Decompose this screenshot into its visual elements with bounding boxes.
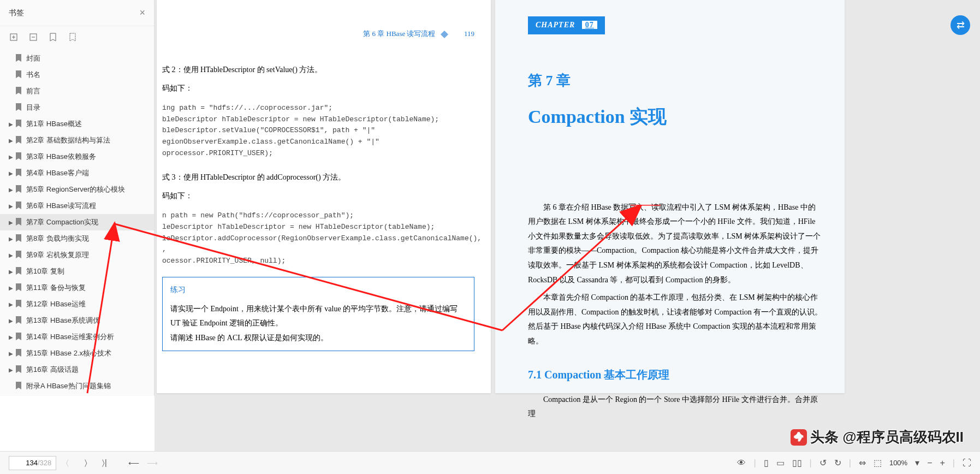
bookmark-icon — [15, 333, 23, 342]
bookmark-icon — [15, 267, 23, 276]
bookmark-icon — [15, 316, 23, 325]
chapter-number: 07 — [582, 21, 597, 29]
next-page-button[interactable]: 〉 — [78, 455, 93, 471]
bookmark-item[interactable]: ▶第13章 HBase系统调优 — [0, 312, 154, 329]
bookmark-icon — [15, 365, 23, 375]
zoom-in-icon[interactable]: + — [940, 458, 945, 468]
code-block-1: ing path = "hdfs://.../coprocessor.jar";… — [162, 103, 474, 159]
chevron-right-icon[interactable]: ▶ — [9, 203, 15, 209]
bookmark-label: 第14章 HBase运维案例分析 — [26, 332, 149, 342]
view-tools: 👁 | ▯ ▭ ▯▯ | ↺ ↻ | ⇔ ⬚ 100% ▾ − + | ⛶ — [737, 458, 980, 468]
bookmark-icon — [15, 185, 23, 194]
continuous-icon[interactable]: ▭ — [776, 458, 785, 468]
chapter-title: 第 7 章 — [528, 67, 823, 94]
method-3-sub: 码如下： — [162, 189, 474, 204]
bookmark-item[interactable]: ▶第16章 高级话题 — [0, 362, 154, 378]
chevron-right-icon[interactable]: ▶ — [9, 220, 15, 226]
prev-page-button[interactable]: 〈 — [60, 455, 75, 471]
bookmark-icon — [15, 120, 23, 129]
bookmark-outline-icon[interactable] — [68, 32, 78, 42]
two-page-icon[interactable]: ▯▯ — [792, 458, 802, 468]
bookmark-item[interactable]: ▶第1章 HBase概述 — [0, 116, 154, 132]
bottom-toolbar: /328 〈 〉 〉| ⟵ ⟶ 👁 | ▯ ▭ ▯▯ | ↺ ↻ | ⇔ ⬚ 1… — [0, 451, 980, 474]
rotate-cw-icon[interactable]: ↻ — [834, 458, 841, 468]
chevron-right-icon[interactable]: ▶ — [9, 301, 15, 307]
exercise-box: 练习 请实现一个 Endpoint，用来统计某个表中所有 value 的平均字节… — [162, 277, 474, 351]
bookmark-item[interactable]: ▶第11章 备份与恢复 — [0, 280, 154, 296]
read-mode-icon[interactable]: 👁 — [737, 458, 746, 468]
bookmark-icon — [15, 349, 23, 358]
bookmark-item[interactable]: ▶第3章 HBase依赖服务 — [0, 149, 154, 165]
bookmark-label: 目录 — [26, 103, 149, 112]
chevron-right-icon[interactable]: ▶ — [9, 318, 15, 324]
bookmark-item[interactable]: ▶第9章 宕机恢复原理 — [0, 247, 154, 263]
bookmark-icon[interactable] — [48, 32, 58, 42]
bookmark-item[interactable]: ▶第10章 复制 — [0, 263, 154, 280]
chevron-right-icon[interactable]: ▶ — [9, 285, 15, 291]
chevron-right-icon[interactable]: ▶ — [9, 170, 15, 176]
section-7-1-heading: 7.1 Compaction 基本工作原理 — [528, 364, 823, 385]
chevron-right-icon[interactable]: ▶ — [9, 154, 15, 160]
bookmark-item[interactable]: ▶第15章 HBase 2.x核心技术 — [0, 345, 154, 362]
bookmark-item[interactable]: ▶第2章 基础数据结构与算法 — [0, 132, 154, 149]
expand-all-icon[interactable] — [9, 32, 19, 42]
nav-back-button[interactable]: ⟵ — [126, 455, 141, 471]
bookmark-item[interactable]: ▶第12章 HBase运维 — [0, 296, 154, 312]
chevron-right-icon[interactable]: ▶ — [9, 269, 15, 275]
nav-forward-button[interactable]: ⟶ — [145, 455, 160, 471]
bookmark-item[interactable]: 目录 — [0, 99, 154, 116]
zoom-dropdown-icon[interactable]: ▾ — [915, 458, 919, 468]
code-block-2: n path = new Path("hdfs://coprocessor_pa… — [162, 210, 474, 267]
assistant-floating-button[interactable]: ⇄ — [951, 15, 970, 35]
bookmark-item[interactable]: 书名 — [0, 67, 154, 83]
zoom-out-icon[interactable]: − — [927, 458, 932, 468]
bookmark-item[interactable]: ▶第7章 Compaction实现 — [0, 214, 154, 230]
chevron-right-icon[interactable]: ▶ — [9, 187, 15, 193]
chevron-right-icon[interactable]: ▶ — [9, 121, 15, 127]
bookmarks-sidebar: 书签 × 封面书名前言目录▶第1章 HBase概述▶第2章 基础数据结构与算法▶… — [0, 0, 155, 396]
bookmark-label: 第1章 HBase概述 — [26, 119, 149, 129]
bookmark-label: 第6章 HBase读写流程 — [26, 201, 149, 211]
document-viewport[interactable]: 第 6 章 HBase 读写流程 119 式 2：使用 HTableDescri… — [155, 0, 980, 451]
bookmark-item[interactable]: ▶第14章 HBase运维案例分析 — [0, 329, 154, 345]
fullscreen-icon[interactable]: ⛶ — [963, 458, 971, 468]
close-icon[interactable]: × — [139, 7, 145, 19]
exercise-line-2: 请阐述 HBase 的 ACL 权限认证是如何实现的。 — [170, 331, 466, 346]
chevron-right-icon[interactable]: ▶ — [9, 367, 15, 373]
page-header: 第 6 章 HBase 读写流程 119 — [162, 27, 474, 41]
bookmark-label: 第3章 HBase依赖服务 — [26, 152, 149, 162]
diamond-icon — [441, 31, 448, 38]
single-page-icon[interactable]: ▯ — [764, 458, 769, 468]
chevron-right-icon[interactable]: ▶ — [9, 334, 15, 340]
bookmark-item[interactable]: ▶第4章 HBase客户端 — [0, 165, 154, 181]
chapter-running-head: 第 6 章 HBase 读写流程 — [363, 29, 435, 38]
bookmark-icon — [15, 152, 23, 162]
bookmark-item[interactable]: 附录A HBase热门问题集锦 — [0, 378, 154, 394]
bookmark-label: 第5章 RegionServer的核心模块 — [26, 185, 149, 194]
bookmark-item[interactable]: ▶第8章 负载均衡实现 — [0, 230, 154, 247]
bookmark-item[interactable]: ▶第5章 RegionServer的核心模块 — [0, 181, 154, 198]
page-number-input[interactable] — [14, 459, 38, 467]
fit-page-icon[interactable]: ⬚ — [874, 458, 882, 468]
bookmark-icon — [15, 87, 23, 96]
bookmark-item[interactable]: ▶第6章 HBase读写流程 — [0, 198, 154, 214]
chevron-right-icon[interactable]: ▶ — [9, 252, 15, 258]
bookmark-list[interactable]: 封面书名前言目录▶第1章 HBase概述▶第2章 基础数据结构与算法▶第3章 H… — [0, 48, 154, 396]
bookmark-label: 第4章 HBase客户端 — [26, 168, 149, 178]
chevron-right-icon[interactable]: ▶ — [9, 351, 15, 357]
chevron-right-icon[interactable]: ▶ — [9, 236, 15, 242]
method-2-sub: 码如下： — [162, 81, 474, 96]
paragraph-2: 本章首先介绍 Compaction 的基本工作原理，包括分类、在 LSM 树架构… — [528, 291, 823, 348]
collapse-all-icon[interactable] — [28, 32, 38, 42]
chevron-right-icon[interactable]: ▶ — [9, 138, 15, 144]
last-page-button[interactable]: 〉| — [97, 455, 112, 471]
bookmark-item[interactable]: 封面 — [0, 50, 154, 67]
bookmark-icon — [15, 283, 23, 293]
rotate-ccw-icon[interactable]: ↺ — [819, 458, 827, 468]
fit-width-icon[interactable]: ⇔ — [859, 458, 866, 468]
bookmark-icon — [15, 103, 23, 112]
bookmark-item[interactable]: 前言 — [0, 83, 154, 99]
chapter-subtitle: Compaction 实现 — [528, 99, 823, 135]
watermark-text: 头条 @程序员高级码农II — [810, 428, 964, 447]
bookmark-label: 第7章 Compaction实现 — [26, 217, 149, 227]
